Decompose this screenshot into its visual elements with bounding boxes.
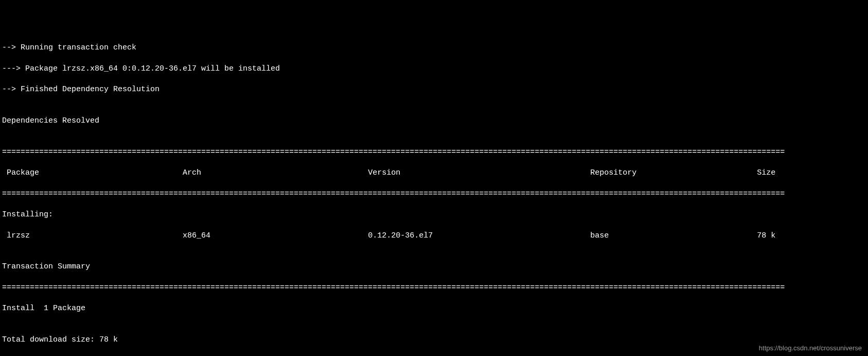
- col-repo-text: Repository: [590, 168, 636, 177]
- col-spacer: [636, 168, 757, 177]
- row-arch: x86_64: [183, 231, 210, 240]
- dep-resolution-line: --> Finished Dependency Resolution: [2, 84, 866, 95]
- tx-check-line: --> Running transaction check: [2, 43, 866, 53]
- row-spacer: [30, 231, 183, 240]
- row-size: 78 k: [757, 231, 775, 240]
- package-row: lrzsz x86_64 0.12.20-36.el7 base 78 k: [2, 231, 866, 241]
- table-header-row: Package Arch Version Repository Size: [2, 168, 866, 178]
- rule-mid: ========================================…: [2, 189, 866, 199]
- rule-top: ========================================…: [2, 147, 866, 158]
- col-package: [2, 168, 7, 177]
- col-spacer: [201, 168, 368, 177]
- row-package: lrzsz: [7, 231, 30, 240]
- pkg-will-install-line: ---> Package lrzsz.x86_64 0:0.12.20-36.e…: [2, 64, 866, 74]
- row-spacer: [210, 231, 368, 240]
- watermark-text: https://blog.csdn.net/crossuniverse: [759, 344, 862, 353]
- row-spacer: [609, 231, 757, 240]
- row-spacer: [433, 231, 590, 240]
- tx-summary-label: Transaction Summary: [2, 262, 866, 272]
- col-arch-text: Arch: [183, 168, 201, 177]
- col-package-text: Package: [7, 168, 39, 177]
- rule-bottom: ========================================…: [2, 283, 866, 293]
- deps-resolved-label: Dependencies Resolved: [2, 116, 866, 126]
- row-repo: base: [590, 231, 609, 240]
- col-spacer: [39, 168, 183, 177]
- installing-label: Installing:: [2, 210, 866, 220]
- row-version: 0.12.20-36.el7: [368, 231, 433, 240]
- row-indent: [2, 231, 7, 240]
- total-download: Total download size: 78 k: [2, 335, 866, 345]
- col-size-text: Size: [757, 168, 775, 177]
- install-count: Install 1 Package: [2, 303, 866, 314]
- col-version-text: Version: [368, 168, 400, 177]
- col-spacer: [400, 168, 590, 177]
